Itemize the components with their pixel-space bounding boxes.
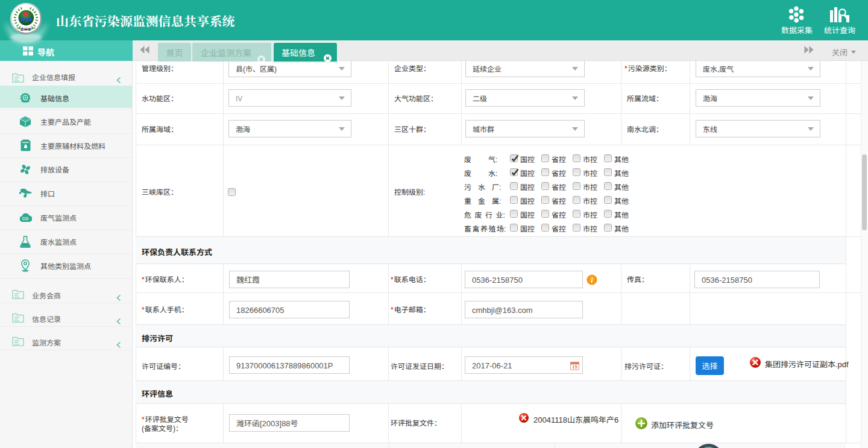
svg-text:15: 15 [572,364,577,370]
svg-text:CO: CO [22,216,29,221]
svg-text:ZH8: ZH8 [20,27,31,32]
